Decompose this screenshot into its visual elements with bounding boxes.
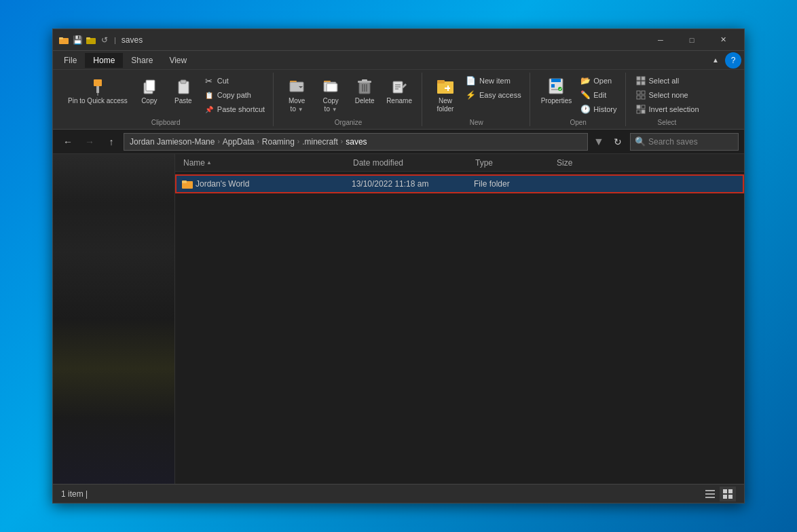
svg-rect-52	[182, 180, 187, 183]
copy-path-button[interactable]: 📋 Copy path	[201, 88, 267, 102]
folder-arrow-icon	[86, 35, 96, 45]
new-folder-button[interactable]: Newfolder	[429, 74, 462, 116]
menu-view[interactable]: View	[161, 53, 195, 68]
copy-icon	[140, 77, 159, 96]
col-header-type[interactable]: Type	[472, 157, 554, 169]
properties-icon	[546, 77, 566, 96]
window-controls: ─ □ ✕	[645, 29, 739, 51]
breadcrumb-saves[interactable]: saves	[346, 137, 367, 147]
ribbon: Pin to Quick access Copy	[53, 70, 744, 130]
rename-icon	[390, 77, 409, 96]
open-label: Open	[570, 117, 586, 126]
svg-rect-16	[327, 83, 337, 92]
svg-rect-42	[642, 81, 645, 85]
cut-button[interactable]: ✂ Cut	[201, 74, 267, 88]
open-icon: 📂	[580, 75, 591, 86]
file-name-cell: Jordan's World	[182, 178, 352, 189]
file-list-header: Name ▲ Date modified Type Size	[175, 154, 744, 172]
back-button[interactable]: ←	[58, 132, 77, 151]
col-header-name[interactable]: Name ▲	[181, 157, 350, 169]
menu-share[interactable]: Share	[123, 53, 161, 68]
clipboard-label: Clipboard	[151, 117, 181, 126]
close-button[interactable]: ✕	[707, 29, 739, 51]
svg-rect-57	[728, 489, 733, 493]
menu-home[interactable]: Home	[85, 53, 123, 68]
properties-button[interactable]: Properties	[537, 74, 576, 108]
svg-rect-56	[723, 489, 727, 493]
up-button[interactable]: ↑	[102, 132, 121, 151]
search-box: 🔍	[630, 133, 739, 151]
paste-shortcut-icon: 📌	[204, 104, 215, 115]
svg-rect-29	[437, 80, 445, 83]
ribbon-clipboard-group: Pin to Quick access Copy	[58, 73, 274, 126]
easy-access-button[interactable]: ⚡ Easy access	[463, 88, 524, 102]
history-button[interactable]: 🕐 History	[577, 102, 619, 116]
file-row[interactable]: Jordan's World 13/10/2022 11:18 am File …	[175, 174, 744, 193]
svg-rect-49	[637, 110, 640, 113]
details-view-button[interactable]	[702, 487, 718, 501]
maximize-button[interactable]: □	[676, 29, 707, 51]
ribbon-new-items: Newfolder 📄 New item ⚡ Easy access	[429, 73, 524, 117]
svg-rect-46	[642, 96, 645, 99]
svg-rect-4	[94, 79, 102, 86]
svg-rect-43	[637, 91, 640, 94]
select-label: Select	[658, 117, 677, 126]
help-button[interactable]: ?	[725, 52, 741, 69]
history-icon: 🕐	[580, 104, 591, 115]
new-folder-label: Newfolder	[437, 97, 453, 113]
svg-rect-54	[705, 493, 715, 495]
move-to-button[interactable]: Moveto ▼	[280, 74, 313, 116]
edit-button[interactable]: ✏️ Edit	[577, 88, 619, 102]
undo-icon[interactable]: ↺	[99, 35, 110, 45]
svg-rect-3	[86, 37, 90, 39]
move-to-label: Moveto ▼	[289, 97, 305, 113]
breadcrumb-sep-2: ›	[297, 138, 299, 145]
rename-button[interactable]: Rename	[382, 74, 416, 108]
large-icon-view-button[interactable]	[720, 487, 736, 501]
ribbon-new-group: Newfolder 📄 New item ⚡ Easy access New	[424, 73, 530, 126]
delete-button[interactable]: Delete	[348, 74, 381, 108]
col-header-modified[interactable]: Date modified	[350, 157, 472, 169]
breadcrumb-roaming[interactable]: Roaming	[262, 137, 295, 147]
col-header-size[interactable]: Size	[554, 157, 622, 169]
sidebar	[53, 154, 175, 484]
copy-label: Copy	[141, 97, 157, 105]
search-input[interactable]	[648, 137, 750, 147]
svg-rect-31	[445, 88, 450, 89]
minimize-button[interactable]: ─	[645, 29, 676, 51]
open-button[interactable]: 📂 Open	[577, 74, 619, 88]
invert-selection-icon	[635, 104, 646, 115]
menu-file[interactable]: File	[56, 53, 85, 68]
pin-to-quick-access-button[interactable]: Pin to Quick access	[64, 74, 132, 108]
svg-rect-58	[723, 495, 727, 499]
svg-rect-55	[705, 497, 715, 498]
ribbon-organize-group: Moveto ▼ Copyto ▼	[275, 73, 422, 126]
breadcrumb-dropdown[interactable]: ▼	[592, 133, 606, 151]
svg-rect-59	[728, 495, 733, 499]
breadcrumb-appdata[interactable]: AppData	[223, 137, 255, 147]
select-all-button[interactable]: Select all	[633, 74, 702, 88]
select-none-button[interactable]: Select none	[633, 88, 702, 102]
menu-bar: File Home Share View ▲ ?	[53, 51, 744, 70]
breadcrumb-sep-0: ›	[217, 138, 219, 145]
forward-button[interactable]: →	[80, 132, 99, 151]
search-icon: 🔍	[635, 136, 646, 147]
file-name: Jordan's World	[196, 179, 249, 189]
paste-shortcut-button[interactable]: 📌 Paste shortcut	[201, 102, 267, 116]
copy-button[interactable]: Copy	[133, 74, 166, 108]
refresh-button[interactable]: ↻	[608, 132, 627, 151]
paste-button[interactable]: Paste	[167, 74, 200, 108]
new-item-button[interactable]: 📄 New item	[463, 74, 524, 88]
svg-rect-50	[642, 110, 645, 113]
svg-rect-39	[637, 77, 640, 80]
breadcrumb-minecraft[interactable]: .minecraft	[302, 137, 338, 147]
title-bar-icons: 💾 ↺ |	[58, 35, 116, 45]
svg-rect-5	[96, 86, 99, 93]
breadcrumb-sep-3: ›	[341, 138, 343, 145]
address-bar: ← → ↑ Jordan Jamieson-Mane › AppData › R…	[53, 130, 744, 154]
ribbon-collapse-button[interactable]: ▲	[707, 52, 724, 69]
copy-to-button[interactable]: Copyto ▼	[314, 74, 347, 116]
breadcrumb-user[interactable]: Jordan Jamieson-Mane	[130, 137, 215, 147]
invert-selection-button[interactable]: Invert selection	[633, 102, 702, 116]
breadcrumb[interactable]: Jordan Jamieson-Mane › AppData › Roaming…	[124, 133, 588, 151]
